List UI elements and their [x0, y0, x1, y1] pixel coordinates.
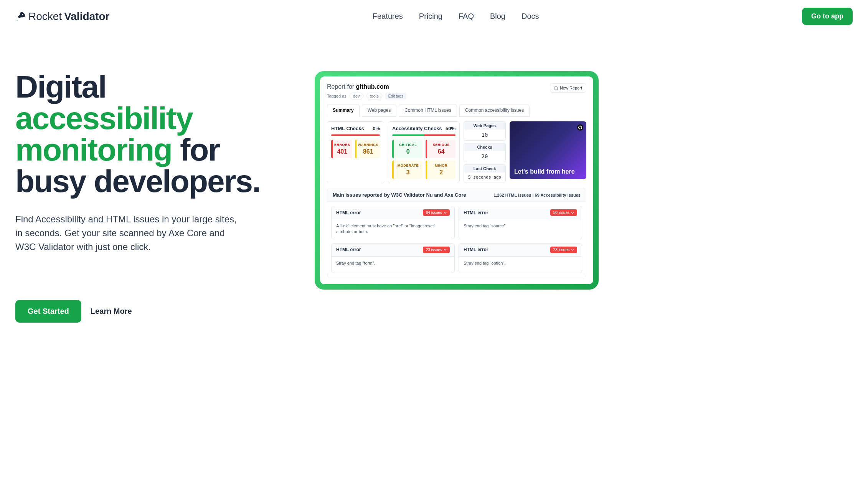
report-title-block: Report for github.com Tagged as dev tool… — [327, 83, 406, 99]
new-report-button[interactable]: New Report — [550, 83, 586, 93]
issue-header-3: HTML error 23 issues — [332, 244, 454, 257]
hero-buttons: Get Started Learn More — [15, 300, 292, 323]
logo[interactable]: Rocket Validator — [15, 10, 109, 23]
issue-body-4: Stray end tag "option". — [459, 257, 582, 273]
minor-label: MINOR — [429, 164, 454, 167]
last-check-stat: Last Check 5 seconds ago — [464, 164, 506, 182]
issue-body-2: Stray end tag "source". — [459, 219, 582, 235]
web-pages-label: Web Pages — [464, 122, 505, 129]
issues-title: Main issues reported by W3C Validator Nu… — [333, 192, 466, 198]
a11y-progress-bar — [392, 134, 455, 136]
nav-blog[interactable]: Blog — [490, 12, 505, 21]
issue-badge-4[interactable]: 23 issues — [550, 247, 577, 253]
moderate-card: MODERATE 3 — [392, 161, 422, 179]
side-stats: Web Pages 10 Checks 20 Last Check 5 seco… — [464, 121, 506, 183]
learn-more-button[interactable]: Learn More — [91, 307, 132, 316]
report-inner: Report for github.com Tagged as dev tool… — [320, 76, 593, 284]
issue-header-1: HTML error 84 issues — [332, 206, 454, 219]
nav-features[interactable]: Features — [373, 12, 403, 21]
issues-section: Main issues reported by W3C Validator Nu… — [327, 188, 586, 277]
nav-pricing[interactable]: Pricing — [419, 12, 442, 21]
svg-point-0 — [22, 14, 23, 15]
web-pages-stat: Web Pages 10 — [464, 121, 506, 141]
go-to-app-button[interactable]: Go to app — [802, 8, 853, 25]
report-domain: github.com — [356, 83, 389, 90]
issue-type-2: HTML error — [464, 210, 488, 215]
tagged-as-label: Tagged as — [327, 94, 347, 98]
serious-card: SERIOUS 64 — [426, 140, 456, 158]
report-prefix: Report for — [327, 83, 356, 90]
issue-body-1: A "link" element must have an "href" or … — [332, 219, 454, 239]
chevron-down-icon — [444, 248, 447, 251]
logo-text-1: Rocket — [28, 10, 62, 23]
chevron-down-icon — [571, 211, 574, 214]
nav-docs[interactable]: Docs — [521, 12, 539, 21]
web-pages-value: 10 — [464, 129, 505, 140]
tab-web-pages[interactable]: Web pages — [362, 104, 397, 117]
a11y-checks-title: Accessibility Checks 50% — [392, 126, 455, 131]
moderate-value: 3 — [395, 169, 421, 176]
issues-counts: 1,262 HTML issues | 69 Accessibility iss… — [493, 193, 581, 197]
issue-card-4: HTML error 23 issues Stray end tag "opti… — [459, 243, 582, 273]
hero-title-green1: accessibility — [15, 101, 193, 136]
issues-grid: HTML error 84 issues A "link" element mu… — [327, 202, 586, 277]
last-check-label: Last Check — [464, 165, 505, 172]
issue-card-3: HTML error 23 issues Stray end tag "form… — [331, 243, 455, 273]
issue-badge-1[interactable]: 84 issues — [423, 209, 450, 216]
issue-type-1: HTML error — [336, 210, 361, 215]
hero-subtitle: Find Accessibility and HTML issues in yo… — [15, 212, 246, 254]
issue-header-4: HTML error 23 issues — [459, 244, 582, 257]
errors-card: ERRORS 401 — [331, 140, 352, 158]
tag-dev[interactable]: dev — [350, 93, 363, 99]
hero-title-line1: Digital — [15, 69, 106, 104]
checks-stat: Checks 20 — [464, 143, 506, 162]
preview-caption: Let's build from here — [514, 168, 575, 175]
nav-faq[interactable]: FAQ — [459, 12, 474, 21]
html-checks-label: HTML Checks — [331, 126, 364, 131]
hero-content: Digital accessibility monitoring for bus… — [15, 71, 292, 323]
new-report-label: New Report — [560, 86, 582, 90]
report-header: Report for github.com Tagged as dev tool… — [327, 83, 586, 99]
tab-html-issues[interactable]: Common HTML issues — [399, 104, 457, 117]
issue-body-3: Stray end tag "form". — [332, 257, 454, 273]
issue-badge-2[interactable]: 50 issues — [550, 209, 577, 216]
chevron-down-icon — [444, 211, 447, 214]
get-started-button[interactable]: Get Started — [15, 300, 81, 323]
critical-label: CRITICAL — [395, 143, 421, 147]
issue-card-2: HTML error 50 issues Stray end tag "sour… — [459, 206, 582, 239]
document-icon — [554, 86, 558, 90]
issue-header-2: HTML error 50 issues — [459, 206, 582, 219]
html-progress-bar — [331, 134, 380, 136]
logo-text-2: Validator — [64, 10, 109, 23]
tab-a11y-issues[interactable]: Common accessibility issues — [459, 104, 530, 117]
warnings-value: 861 — [358, 148, 379, 155]
a11y-row1: CRITICAL 0 SERIOUS 64 — [392, 140, 455, 158]
checks-value: 20 — [464, 151, 505, 162]
a11y-checks-label: Accessibility Checks — [392, 126, 442, 131]
stats-row: HTML Checks 0% ERRORS 401 WARNINGS 861 — [327, 121, 586, 183]
minor-value: 2 — [429, 169, 454, 176]
serious-label: SERIOUS — [429, 143, 454, 147]
hero-title: Digital accessibility monitoring for bus… — [15, 71, 292, 197]
report-preview-card: Report for github.com Tagged as dev tool… — [315, 71, 599, 290]
serious-value: 64 — [429, 148, 454, 155]
html-checks-pct: 0% — [373, 126, 380, 131]
tag-tools[interactable]: tools — [366, 93, 382, 99]
html-checks-title: HTML Checks 0% — [331, 126, 380, 131]
issue-type-4: HTML error — [464, 247, 488, 252]
a11y-checks-box: Accessibility Checks 50% CRITICAL 0 SERI… — [388, 121, 460, 183]
issue-card-1: HTML error 84 issues A "link" element mu… — [331, 206, 455, 239]
warnings-label: WARNINGS — [358, 143, 379, 147]
issue-badge-3[interactable]: 23 issues — [423, 247, 450, 253]
last-check-value: 5 seconds ago — [464, 172, 505, 182]
errors-value: 401 — [334, 148, 350, 155]
tab-summary[interactable]: Summary — [327, 104, 360, 117]
site-preview-image: Let's build from here — [510, 121, 586, 179]
html-stat-cards: ERRORS 401 WARNINGS 861 — [331, 140, 380, 158]
report-tags: Tagged as dev tools Edit tags — [327, 93, 406, 99]
chevron-down-icon — [571, 248, 574, 251]
edit-tags-button[interactable]: Edit tags — [385, 93, 406, 99]
rocket-icon — [15, 11, 26, 22]
html-checks-box: HTML Checks 0% ERRORS 401 WARNINGS 861 — [327, 121, 384, 183]
errors-label: ERRORS — [334, 143, 350, 147]
